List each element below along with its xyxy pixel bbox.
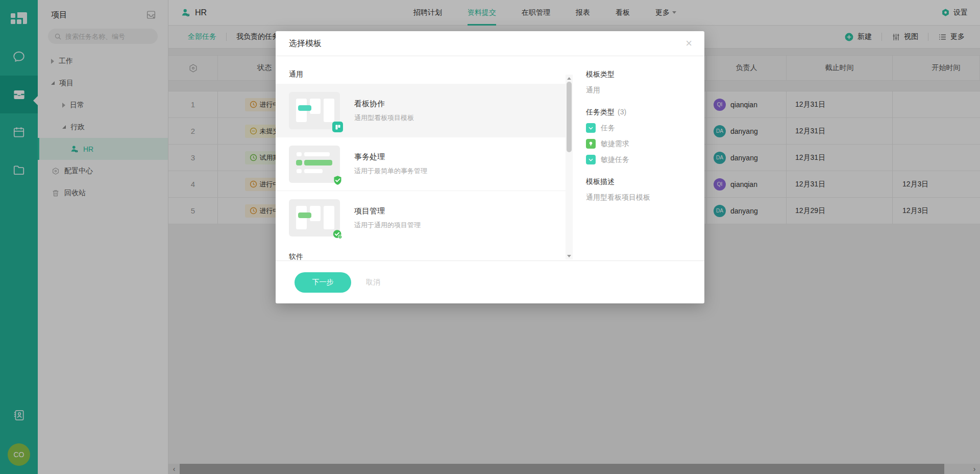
template-thumbnail xyxy=(289,199,340,236)
template-thumbnail xyxy=(289,146,340,183)
task-check-icon xyxy=(586,123,596,133)
task-type-item: 任务 xyxy=(586,123,691,133)
cancel-button[interactable]: 取消 xyxy=(366,278,380,287)
template-title: 项目管理 xyxy=(354,206,421,216)
scrollbar-thumb[interactable] xyxy=(567,82,572,152)
kanban-badge-icon xyxy=(332,122,343,132)
template-desc: 适用于通用的项目管理 xyxy=(354,221,421,230)
detail-type-label: 模板类型 xyxy=(586,70,691,79)
template-kanban-collab[interactable]: 看板协作 通用型看板项目模板 xyxy=(276,84,566,137)
detail-desc-value: 通用型看板项目模板 xyxy=(586,193,691,202)
modal-title: 选择模板 xyxy=(289,38,322,49)
template-thumbnail xyxy=(289,92,340,129)
next-step-button[interactable]: 下一步 xyxy=(295,272,351,293)
detail-type-value: 通用 xyxy=(586,86,691,95)
scroll-up-icon[interactable] xyxy=(567,75,571,82)
close-icon[interactable]: × xyxy=(685,38,692,49)
template-desc: 适用于最简单的事务管理 xyxy=(354,167,427,176)
task-type-label: 敏捷需求 xyxy=(601,139,629,149)
template-list-scrollbar[interactable] xyxy=(566,75,573,259)
check-gear-icon xyxy=(332,229,343,240)
task-type-label: 任务 xyxy=(601,124,615,133)
template-desc: 通用型看板项目模板 xyxy=(354,113,414,123)
template-project-mgmt[interactable]: 项目管理 适用于通用的项目管理 xyxy=(276,191,566,245)
template-task-handling[interactable]: 事务处理 适用于最简单的事务管理 xyxy=(276,137,566,191)
detail-tasktype-label: 任务类型(3) xyxy=(586,108,691,117)
template-list: 通用 看板协作 通用型看板项目模板 xyxy=(276,56,566,260)
task-check-icon xyxy=(586,155,596,164)
shield-check-icon xyxy=(332,175,343,186)
template-title: 事务处理 xyxy=(354,152,427,162)
task-type-item: 敏捷任务 xyxy=(586,155,691,164)
section-software: 软件 xyxy=(276,245,566,260)
template-detail-panel: 模板类型 通用 任务类型(3) 任务 敏捷需求 xyxy=(586,56,691,260)
scroll-down-icon[interactable] xyxy=(567,252,571,259)
tasktype-count: (3) xyxy=(618,108,626,116)
template-title: 看板协作 xyxy=(354,99,414,109)
detail-desc-label: 模板描述 xyxy=(586,177,691,186)
task-type-item: 敏捷需求 xyxy=(586,139,691,149)
task-type-label: 敏捷任务 xyxy=(601,155,629,164)
section-general: 通用 xyxy=(276,56,566,84)
select-template-modal: 选择模板 × 通用 看板协作 通用型看板项目模板 xyxy=(276,31,704,303)
bulb-icon xyxy=(586,139,596,149)
